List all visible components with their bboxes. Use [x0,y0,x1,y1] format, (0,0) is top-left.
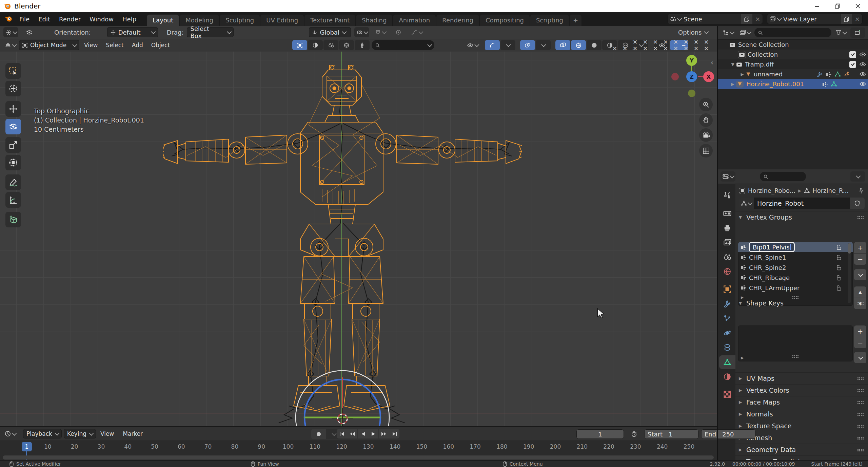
play-button[interactable] [368,429,378,438]
lock-open-icon[interactable] [836,255,842,260]
list-resize-grip-icon[interactable] [792,355,793,356]
tool-move-button[interactable] [5,101,21,117]
tab-particles-icon[interactable] [719,312,735,325]
outliner-search-input[interactable] [754,28,831,37]
panel-drag-dots-icon[interactable] [857,449,859,450]
nav-axis-x-negative[interactable] [671,73,679,80]
view-layer-remove-icon[interactable]: ✕ [852,14,863,24]
sidebar-collapse-icon[interactable]: ‹ [711,58,713,67]
tab-sculpting[interactable]: Sculpting [220,15,260,26]
vertex-group-name[interactable]: CHR_Spine2 [749,264,786,271]
lock-open-icon[interactable] [836,244,842,250]
shading-ball-icon[interactable] [308,40,323,50]
disclosure-icon[interactable]: ▼ [729,62,736,67]
tool-annotate-button[interactable] [5,174,21,190]
outliner-row-collection[interactable]: Collection [718,50,868,59]
restore-button[interactable] [827,0,848,12]
panel-drag-dots-icon[interactable] [857,413,859,414]
panel-disclosure-icon[interactable]: ▼ [739,301,746,305]
collection-checkbox[interactable] [849,51,856,58]
tab-render-icon[interactable] [719,206,735,220]
timeline-scrollbar[interactable] [3,455,714,460]
outliner-item-label[interactable]: Collection [748,51,778,58]
viewport-menu-object[interactable]: Object [148,39,173,51]
missing-addon-icon[interactable]: ✕ [681,45,691,52]
tab-texture-paint[interactable]: Texture Paint [304,15,355,26]
missing-addon-icon[interactable]: ✕ [660,45,671,52]
view-layer-name[interactable]: View Layer [783,16,824,23]
lock-open-icon[interactable] [836,275,842,281]
vertex-groups-scrollbar[interactable] [848,243,851,303]
vertex-group-name[interactable]: CHR_Ribcage [749,274,790,281]
ortho-toggle-button[interactable] [699,144,713,157]
panel-divider[interactable] [717,26,718,460]
xray-toggle-icon[interactable] [555,40,570,50]
view-layer-copy-icon[interactable] [841,14,852,24]
panel-normals[interactable]: ▶Normals [735,408,868,420]
missing-addon-icon[interactable]: ✕ [701,45,711,52]
gizmos-dropdown-icon[interactable] [500,40,515,50]
panel-disclosure-icon[interactable]: ▼ [739,215,746,220]
vertex-groups-list[interactable]: Bip01 Pelvis CHR_Spine1 CHR_Spine2 CHR_R… [738,242,853,306]
tab-shading[interactable]: Shading [356,15,392,26]
drag-dropdown[interactable]: Select Box [187,27,234,37]
transform-orientation-dropdown[interactable]: Global [309,27,351,37]
active-tool-rotate-icon[interactable] [22,27,37,37]
jump-to-end-button[interactable] [389,429,399,438]
tab-physics-icon[interactable] [719,326,735,340]
viewport-menu-view[interactable]: View [81,39,101,51]
mesh-data-icon[interactable] [831,81,837,87]
panel-vertex-colors[interactable]: ▶Vertex Colors [735,384,868,396]
panel-drag-dots-icon[interactable] [857,401,859,402]
brush-icon[interactable] [355,40,370,50]
mesh-data-icon[interactable] [835,71,841,77]
tab-scene-icon[interactable] [719,250,735,264]
vertex-group-name[interactable]: CHR_LArmUpper [749,284,800,292]
view-layer-selector[interactable]: View Layer ✕ [767,14,863,24]
vertex-group-row[interactable]: Bip01 Pelvis [738,242,853,252]
viewport-search-input[interactable] [372,40,434,50]
menu-window[interactable]: Window [85,13,118,25]
timeline-menu-view[interactable]: View [96,428,118,440]
lock-open-icon[interactable] [836,265,842,270]
start-frame-field[interactable]: Start1 [644,429,698,439]
tab-texture-icon[interactable] [719,388,735,401]
breadcrumb-object[interactable]: Horzine_Robo... [748,187,795,194]
tool-scale-button[interactable] [5,137,21,153]
tab-compositing[interactable]: Compositing [480,15,530,26]
vertex-group-name[interactable]: CHR_Spine1 [749,254,786,261]
auto-keying-record-icon[interactable] [311,429,326,439]
vertex-group-icon[interactable] [822,81,828,87]
properties-options-icon[interactable] [850,171,865,182]
next-keyframe-button[interactable] [379,429,389,438]
eye-icon[interactable] [860,62,866,67]
vertex-group-row[interactable]: CHR_Spine1 [738,252,853,262]
missing-addon-icon[interactable]: ✕ [630,45,640,52]
tool-rotate-button[interactable] [5,119,21,134]
tool-add-cube-button[interactable] [5,212,21,227]
gizmos-toggle-icon[interactable] [485,40,500,50]
eye-icon[interactable] [860,52,866,57]
scene-unlink-icon[interactable]: ✕ [752,14,763,24]
panel-drag-dots-icon[interactable] [857,425,859,426]
vertex-group-specials-icon[interactable] [854,269,866,280]
tool-settings-editor-icon[interactable] [3,27,18,37]
missing-addon-icon[interactable]: ✕ [691,39,701,45]
visibility-dropdown-icon[interactable] [465,40,480,50]
add-workspace-button[interactable]: + [570,15,581,26]
nav-axis-x-positive[interactable]: X [703,71,714,82]
tab-material-icon[interactable] [719,370,735,384]
tab-constraints-icon[interactable] [719,341,735,354]
tab-scripting[interactable]: Scripting [530,15,569,26]
rotate-gizmo[interactable] [278,357,407,426]
select-mode-icon[interactable] [292,40,307,50]
options-dropdown[interactable]: Options [678,27,708,37]
scene-name[interactable]: Scene [684,16,724,23]
pin-icon[interactable] [859,188,864,194]
tab-object-data-icon[interactable] [719,355,735,369]
shape-key-remove-button[interactable]: − [854,337,866,348]
vertex-group-icon[interactable] [826,72,831,77]
view-layer-browse-icon[interactable] [767,14,783,24]
panel-drag-dots-icon[interactable] [857,216,859,217]
mesh-browse-icon[interactable] [739,198,754,208]
